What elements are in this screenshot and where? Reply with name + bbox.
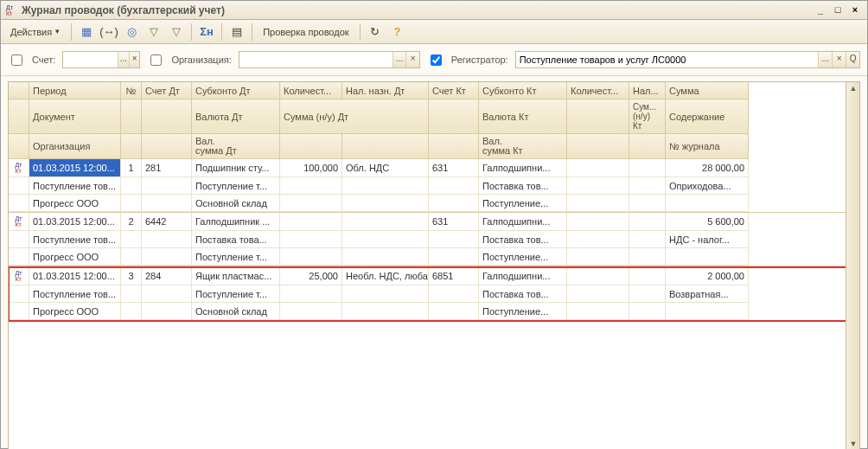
cell-sub-dt-3[interactable]: Основной склад [192, 195, 280, 212]
cell-acc-dt[interactable]: 281 [142, 159, 192, 177]
cell-sum[interactable]: 5 600,00 [666, 213, 749, 231]
cell-org[interactable]: Прогресс ООО [29, 248, 121, 266]
cell-document[interactable]: Поступление тов... [29, 231, 121, 248]
minimize-button[interactable]: _ [814, 4, 827, 16]
check-entries-button[interactable]: Проверка проводок [257, 22, 354, 42]
org-field[interactable]: ... × [239, 51, 420, 68]
cell-sub-dt-3[interactable]: Основной склад [192, 303, 280, 320]
col-document[interactable]: Документ [29, 99, 121, 134]
cell-document[interactable]: Поступление тов... [29, 285, 121, 303]
cell-sub-dt-2[interactable]: Поступление т... [192, 177, 280, 195]
cell-qty[interactable] [280, 213, 342, 231]
col-currency-dt[interactable]: Валюта Дт [192, 99, 280, 134]
col-period[interactable]: Период [29, 82, 121, 99]
cell-tax-kt[interactable] [629, 159, 666, 177]
filter-off-icon[interactable]: (↔) [99, 22, 119, 42]
col-val-sum-kt[interactable]: Вал. сумма Кт [479, 134, 567, 159]
scroll-down-icon[interactable]: ▼ [846, 438, 860, 449]
cell-content[interactable]: Оприходова... [666, 177, 749, 195]
org-input[interactable] [239, 52, 393, 67]
cell-sub-dt-2[interactable]: Поставка това... [192, 231, 280, 248]
col-qty[interactable]: Количест... [280, 82, 342, 99]
list-icon[interactable]: ▦ [76, 22, 97, 42]
cell-tax-dt[interactable] [342, 213, 429, 231]
cell-tax-kt[interactable] [629, 267, 666, 285]
cell-acc-dt[interactable]: 284 [142, 267, 192, 285]
cell-acc-dt[interactable]: 6442 [142, 213, 192, 231]
cell-sub-kt[interactable]: Галподшипни... [479, 159, 567, 177]
field-ellipsis-icon[interactable]: ... [393, 52, 405, 67]
filter-icon[interactable]: ▽ [144, 22, 164, 42]
cell-tax-dt[interactable]: Обл. НДС [342, 159, 429, 177]
col-org[interactable]: Организация [29, 134, 121, 159]
entry-group[interactable]: 01.03.2015 12:00...3284Ящик пластмас...2… [9, 267, 859, 321]
account-field[interactable]: ... × [62, 51, 140, 68]
field-search-icon[interactable]: Q [846, 52, 859, 67]
col-subkonto-kt[interactable]: Субконто Кт [479, 82, 567, 99]
cell-tax-kt[interactable] [629, 213, 666, 231]
cell-sum[interactable]: 28 000,00 [666, 159, 749, 177]
close-button[interactable]: × [848, 4, 862, 16]
cell-qty-kt[interactable] [567, 159, 629, 177]
cell-sub-dt[interactable]: Ящик пластмас... [192, 267, 280, 285]
field-clear-icon[interactable]: × [405, 52, 418, 67]
cell-num[interactable]: 2 [121, 213, 142, 231]
col-subkonto-dt[interactable]: Субконто Дт [192, 82, 280, 99]
cell-sub-kt-2[interactable]: Поставка тов... [479, 285, 567, 303]
cell-sub-kt-3[interactable]: Поступление... [479, 303, 567, 320]
col-acc-kt[interactable]: Счет Кт [429, 82, 479, 99]
col-qty-kt[interactable]: Количест... [567, 82, 629, 99]
cell-content[interactable]: НДС - налог... [666, 231, 749, 248]
cell-qty-kt[interactable] [567, 213, 629, 231]
cell-period[interactable]: 01.03.2015 12:00... [29, 213, 121, 231]
col-num[interactable]: № [121, 82, 142, 99]
field-clear-icon[interactable]: × [129, 52, 140, 67]
cell-acc-kt[interactable]: 6851 [429, 267, 479, 285]
cell-sub-dt-2[interactable]: Поступление т... [192, 285, 280, 303]
cell-document[interactable]: Поступление тов... [29, 177, 121, 195]
registrar-checkbox[interactable] [431, 55, 442, 66]
cell-num[interactable]: 1 [121, 159, 142, 177]
cell-acc-kt[interactable]: 631 [429, 213, 479, 231]
field-clear-icon[interactable]: × [832, 52, 846, 67]
cell-org[interactable]: Прогресс ООО [29, 303, 121, 320]
cell-sub-kt-3[interactable]: Поступление... [479, 195, 567, 212]
org-checkbox[interactable] [150, 55, 162, 66]
filter-clear-icon[interactable]: ▽ [166, 22, 187, 42]
field-ellipsis-icon[interactable]: ... [818, 52, 832, 67]
col-val-sum-dt[interactable]: Вал. сумма Дт [192, 134, 280, 159]
account-input[interactable] [63, 52, 118, 67]
account-checkbox[interactable] [11, 55, 22, 66]
col-icon[interactable] [9, 82, 29, 99]
cell-qty[interactable]: 25,000 [280, 267, 342, 285]
cell-sum[interactable]: 2 000,00 [666, 267, 749, 285]
cell-period[interactable]: 01.03.2015 12:00... [29, 267, 121, 285]
sum-icon[interactable]: Σн [196, 22, 217, 42]
col-tax-dt[interactable]: Нал. назн. Дт [342, 82, 429, 99]
cell-sub-dt[interactable]: Галподшипник ... [192, 213, 280, 231]
registrar-input[interactable] [516, 52, 819, 67]
cell-sub-kt-2[interactable]: Поставка тов... [479, 177, 567, 195]
entry-group[interactable]: 01.03.2015 12:00...26442Галподшипник ...… [9, 213, 859, 266]
find-icon[interactable]: ◎ [121, 22, 142, 42]
help-icon[interactable]: ? [387, 22, 408, 42]
col-content[interactable]: Содержание [666, 99, 749, 134]
registrar-field[interactable]: ... × Q [515, 51, 860, 68]
cell-sub-kt-3[interactable]: Поступление... [479, 248, 567, 266]
field-ellipsis-icon[interactable]: ... [118, 52, 129, 67]
col-acc-dt[interactable]: Счет Дт [142, 82, 192, 99]
scroll-up-icon[interactable]: ▲ [846, 82, 860, 96]
cell-num[interactable]: 3 [121, 267, 142, 285]
actions-menu[interactable]: Действия ▼ [4, 22, 67, 42]
col-sum-nu-kt[interactable]: Сум... (н/у) Кт [629, 99, 666, 134]
vertical-scrollbar[interactable]: ▲ ▼ [846, 82, 859, 449]
cell-content[interactable]: Возвратная... [666, 285, 749, 303]
cell-qty[interactable]: 100,000 [280, 159, 342, 177]
entry-group[interactable]: 01.03.2015 12:00...1281Подшипник сту...1… [9, 159, 859, 213]
cell-sub-dt-3[interactable]: Поступление т... [192, 248, 280, 266]
cell-tax-dt[interactable]: Необл. НДС, люба... [342, 267, 429, 285]
doc-icon[interactable]: ▤ [227, 22, 247, 42]
col-journal-num[interactable]: № журнала [666, 134, 749, 159]
cell-sub-dt[interactable]: Подшипник сту... [192, 159, 280, 177]
maximize-button[interactable]: □ [831, 4, 845, 16]
